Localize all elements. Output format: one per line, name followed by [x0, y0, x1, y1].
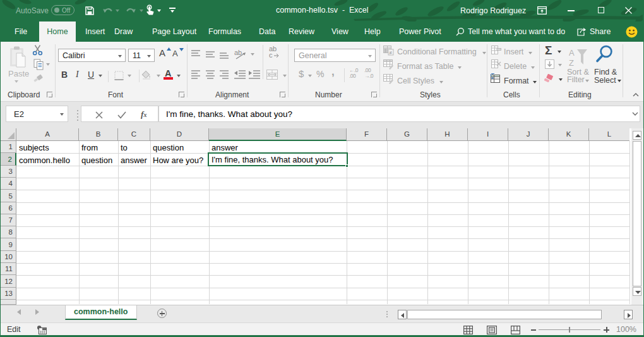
svg-text:ab: ab	[234, 49, 242, 56]
svg-text:Z: Z	[569, 58, 574, 68]
svg-text:c: c	[269, 51, 273, 58]
svg-text:A: A	[569, 48, 575, 58]
svg-text:≠: ≠	[390, 50, 393, 56]
